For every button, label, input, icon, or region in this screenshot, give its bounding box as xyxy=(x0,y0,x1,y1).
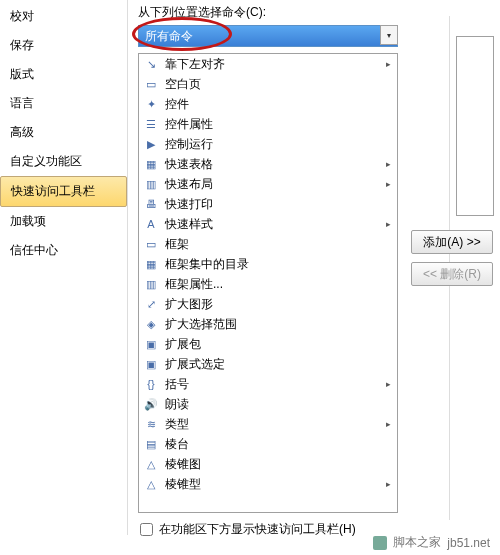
remove-button[interactable]: << 删除(R) xyxy=(411,262,493,286)
show-below-ribbon-checkbox[interactable] xyxy=(140,523,153,536)
expand-arrow-icon: ▸ xyxy=(383,419,393,429)
sidebar-item-layout[interactable]: 版式 xyxy=(0,60,127,89)
category-sidebar: 校对 保存 版式 语言 高级 自定义功能区 快速访问工具栏 加载项 信任中心 xyxy=(0,0,128,535)
command-icon: ↘ xyxy=(143,56,159,72)
command-icon: ▣ xyxy=(143,356,159,372)
expand-arrow-icon: ▸ xyxy=(383,159,393,169)
command-label: 框架属性... xyxy=(165,276,223,293)
command-icon: ✦ xyxy=(143,96,159,112)
command-label: 棱锥图 xyxy=(165,456,201,473)
command-icon: A xyxy=(143,216,159,232)
add-button[interactable]: 添加(A) >> xyxy=(411,230,493,254)
sidebar-item-advanced[interactable]: 高级 xyxy=(0,118,127,147)
transfer-buttons: 添加(A) >> << 删除(R) xyxy=(410,230,494,286)
command-icon: ▤ xyxy=(143,436,159,452)
command-icon: 🖶 xyxy=(143,196,159,212)
command-item[interactable]: {}括号▸ xyxy=(139,374,397,394)
site-name: 脚本之家 xyxy=(393,534,441,551)
commands-source-dropdown[interactable]: 所有命令 xyxy=(138,25,398,47)
command-icon: △ xyxy=(143,476,159,492)
command-icon: 🔊 xyxy=(143,396,159,412)
command-item[interactable]: ✦控件 xyxy=(139,94,397,114)
sidebar-item-addins[interactable]: 加载项 xyxy=(0,207,127,236)
command-item[interactable]: ▥框架属性... xyxy=(139,274,397,294)
command-label: 类型 xyxy=(165,416,189,433)
sidebar-item-quick-access-toolbar[interactable]: 快速访问工具栏 xyxy=(0,176,127,207)
expand-arrow-icon: ▸ xyxy=(383,59,393,69)
command-label: 扩展式选定 xyxy=(165,356,225,373)
command-item[interactable]: ◈扩大选择范围 xyxy=(139,314,397,334)
chevron-down-icon[interactable]: ▾ xyxy=(380,25,398,45)
command-item[interactable]: ⤢扩大图形 xyxy=(139,294,397,314)
command-label: 空白页 xyxy=(165,76,201,93)
sidebar-item-proofing[interactable]: 校对 xyxy=(0,2,127,31)
command-icon: ▦ xyxy=(143,156,159,172)
command-icon: ▣ xyxy=(143,336,159,352)
command-item[interactable]: △棱锥图 xyxy=(139,454,397,474)
command-label: 朗读 xyxy=(165,396,189,413)
command-icon: ≋ xyxy=(143,416,159,432)
dropdown-value: 所有命令 xyxy=(145,28,193,45)
command-item[interactable]: ▣扩展包 xyxy=(139,334,397,354)
command-item[interactable]: △棱锥型▸ xyxy=(139,474,397,494)
command-label: 快速布局 xyxy=(165,176,213,193)
sidebar-item-language[interactable]: 语言 xyxy=(0,89,127,118)
expand-arrow-icon: ▸ xyxy=(383,179,393,189)
command-icon: ▭ xyxy=(143,236,159,252)
main-panel: 从下列位置选择命令(C): 所有命令 ▾ ↘靠下左对齐▸▭空白页✦控件☰控件属性… xyxy=(128,0,500,535)
command-label: 棱锥型 xyxy=(165,476,201,493)
command-label: 框架集中的目录 xyxy=(165,256,249,273)
command-icon: ▶ xyxy=(143,136,159,152)
command-item[interactable]: ☰控件属性 xyxy=(139,114,397,134)
site-logo-icon xyxy=(373,536,387,550)
command-icon: {} xyxy=(143,376,159,392)
choose-commands-label: 从下列位置选择命令(C): xyxy=(138,4,494,21)
command-item[interactable]: 🖶快速打印 xyxy=(139,194,397,214)
show-below-ribbon-label: 在功能区下方显示快速访问工具栏(H) xyxy=(159,521,356,538)
command-label: 框架 xyxy=(165,236,189,253)
sidebar-item-trust-center[interactable]: 信任中心 xyxy=(0,236,127,265)
command-label: 括号 xyxy=(165,376,189,393)
command-icon: ▭ xyxy=(143,76,159,92)
command-item[interactable]: ▤棱台 xyxy=(139,434,397,454)
command-item[interactable]: ▣扩展式选定 xyxy=(139,354,397,374)
command-item[interactable]: A快速样式▸ xyxy=(139,214,397,234)
command-label: 快速样式 xyxy=(165,216,213,233)
command-label: 扩大图形 xyxy=(165,296,213,313)
command-label: 快速表格 xyxy=(165,156,213,173)
command-icon: ☰ xyxy=(143,116,159,132)
command-icon: ▥ xyxy=(143,176,159,192)
command-icon: ◈ xyxy=(143,316,159,332)
expand-arrow-icon: ▸ xyxy=(383,479,393,489)
command-item[interactable]: ▭框架 xyxy=(139,234,397,254)
command-label: 扩展包 xyxy=(165,336,201,353)
site-url: jb51.net xyxy=(447,536,490,550)
command-icon: ⤢ xyxy=(143,296,159,312)
command-label: 控制运行 xyxy=(165,136,213,153)
sidebar-item-customize-ribbon[interactable]: 自定义功能区 xyxy=(0,147,127,176)
sidebar-item-save[interactable]: 保存 xyxy=(0,31,127,60)
command-item[interactable]: ▥快速布局▸ xyxy=(139,174,397,194)
command-item[interactable]: ▭空白页 xyxy=(139,74,397,94)
commands-listbox[interactable]: ↘靠下左对齐▸▭空白页✦控件☰控件属性▶控制运行▦快速表格▸▥快速布局▸🖶快速打… xyxy=(138,53,398,513)
command-item[interactable]: ▦框架集中的目录 xyxy=(139,254,397,274)
command-label: 靠下左对齐 xyxy=(165,56,225,73)
command-item[interactable]: ▦快速表格▸ xyxy=(139,154,397,174)
command-item[interactable]: 🔊朗读 xyxy=(139,394,397,414)
command-item[interactable]: ▶控制运行 xyxy=(139,134,397,154)
command-label: 控件 xyxy=(165,96,189,113)
command-label: 快速打印 xyxy=(165,196,213,213)
command-icon: △ xyxy=(143,456,159,472)
expand-arrow-icon: ▸ xyxy=(383,379,393,389)
command-item[interactable]: ↘靠下左对齐▸ xyxy=(139,54,397,74)
command-icon: ▥ xyxy=(143,276,159,292)
command-item[interactable]: ≋类型▸ xyxy=(139,414,397,434)
selected-commands-listbox[interactable] xyxy=(456,36,494,216)
command-label: 棱台 xyxy=(165,436,189,453)
watermark: 脚本之家 jb51.net xyxy=(373,534,490,551)
command-label: 控件属性 xyxy=(165,116,213,133)
command-icon: ▦ xyxy=(143,256,159,272)
command-label: 扩大选择范围 xyxy=(165,316,237,333)
expand-arrow-icon: ▸ xyxy=(383,219,393,229)
